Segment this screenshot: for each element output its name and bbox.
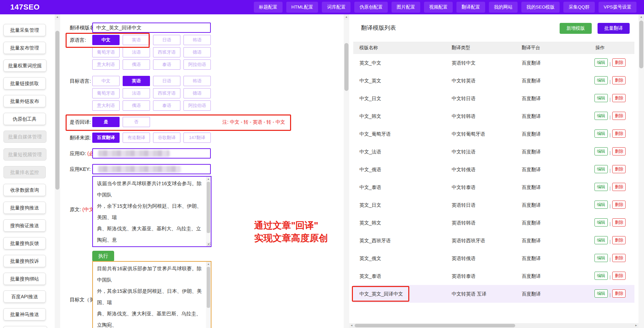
delete-button[interactable]: 删除 <box>612 254 626 262</box>
target-language-option-10[interactable]: 泰语 <box>153 100 180 111</box>
resize-grip-icon[interactable] <box>206 242 210 246</box>
delete-button[interactable]: 删除 <box>612 165 626 173</box>
nav-item-5[interactable]: 视频配置 <box>424 2 453 13</box>
nav-item-9[interactable]: 采集QQ群 <box>563 2 595 13</box>
sidebar-item-1[interactable]: 批量发布管理 <box>3 42 46 54</box>
translate-source-option-2[interactable]: 谷歌翻译 <box>153 133 180 143</box>
form-panel-scrollbar[interactable]: ▲ <box>344 14 349 328</box>
target-language-option-7[interactable]: 德语 <box>183 88 211 98</box>
sidebar-item-12[interactable]: 批量搜狗反馈 <box>3 237 46 249</box>
scrollbar-thumb[interactable] <box>207 182 210 233</box>
source-language-option-4[interactable]: 葡萄牙语 <box>92 47 120 57</box>
delete-button[interactable]: 删除 <box>612 147 626 155</box>
delete-button[interactable]: 删除 <box>612 112 626 120</box>
source-language-option-3[interactable]: 韩语 <box>183 35 211 45</box>
target-language-option-8[interactable]: 意大利语 <box>92 100 120 111</box>
sidebar-item-10[interactable]: 批量搜狗推送 <box>3 202 46 214</box>
translate-source-option-0[interactable]: 百度翻译 <box>92 133 120 143</box>
source-language-option-10[interactable]: 泰语 <box>153 59 180 70</box>
sidebar-item-16[interactable]: 批量神马推送 <box>3 308 46 320</box>
scrollbar-thumb[interactable] <box>355 324 515 327</box>
edit-button[interactable]: 编辑 <box>594 76 608 84</box>
sidebar-item-15[interactable]: 百度API推送 <box>3 290 46 303</box>
source-language-option-9[interactable]: 俄语 <box>123 59 150 70</box>
translate-source-option-1[interactable]: 有道翻译 <box>123 133 150 143</box>
edit-button[interactable]: 编辑 <box>594 94 608 102</box>
sidebar-item-13[interactable]: 批量搜狗投诉 <box>3 255 46 267</box>
edit-button[interactable]: 编辑 <box>594 183 608 191</box>
scroll-up-icon[interactable]: ▲ <box>639 14 644 20</box>
scrollbar-thumb[interactable] <box>55 31 59 190</box>
textarea-scrollbar[interactable]: ▲ ▼ <box>206 177 211 246</box>
target-language-option-1[interactable]: 英语 <box>123 76 150 86</box>
scroll-up-icon[interactable]: ▲ <box>206 262 211 266</box>
source-language-option-6[interactable]: 西班牙语 <box>153 47 180 57</box>
delete-button[interactable]: 删除 <box>612 76 626 84</box>
nav-item-6[interactable]: 翻译配置 <box>456 2 485 13</box>
edit-button[interactable]: 编辑 <box>594 218 608 227</box>
textarea-scrollbar[interactable]: ▲ <box>206 262 211 328</box>
target-language-option-6[interactable]: 西班牙语 <box>153 88 180 98</box>
scroll-up-icon[interactable]: ▲ <box>206 177 211 181</box>
sidebar-item-14[interactable]: 批量搜狗绑站 <box>3 273 46 285</box>
delete-button[interactable]: 删除 <box>612 129 626 138</box>
batch-translate-button[interactable]: 批量翻译 <box>598 23 630 34</box>
delete-button[interactable]: 删除 <box>612 236 626 244</box>
delete-button[interactable]: 删除 <box>612 272 626 280</box>
sidebar-item-2[interactable]: 批量权重词挖掘 <box>3 59 46 72</box>
nav-item-7[interactable]: 我的网站 <box>489 2 518 13</box>
nav-item-0[interactable]: 标题配置 <box>254 2 283 13</box>
edit-button[interactable]: 编辑 <box>594 272 608 280</box>
sidebar-item-3[interactable]: 批量链接抓取 <box>3 77 46 90</box>
app-key-input[interactable] <box>92 164 211 174</box>
edit-button[interactable]: 编辑 <box>594 112 608 120</box>
target-language-option-5[interactable]: 法语 <box>123 88 150 98</box>
page-scrollbar[interactable]: ▲ <box>639 14 644 328</box>
target-language-option-11[interactable]: 阿拉伯语 <box>183 100 211 111</box>
edit-button[interactable]: 编辑 <box>594 165 608 173</box>
scroll-right-icon[interactable]: ► <box>634 323 639 328</box>
delete-button[interactable]: 删除 <box>612 289 626 298</box>
scroll-up-icon[interactable]: ▲ <box>55 14 60 20</box>
scrollbar-thumb[interactable] <box>639 20 643 68</box>
target-language-option-2[interactable]: 日语 <box>153 76 180 86</box>
edit-button[interactable]: 编辑 <box>594 254 608 262</box>
sidebar-item-11[interactable]: 搜狗验证推送 <box>3 219 46 232</box>
horizontal-scrollbar[interactable]: ◄ ► <box>349 323 639 328</box>
edit-button[interactable]: 编辑 <box>594 147 608 155</box>
delete-button[interactable]: 删除 <box>612 218 626 227</box>
nav-item-4[interactable]: 图片配置 <box>392 2 420 13</box>
scrollbar-thumb[interactable] <box>207 267 210 308</box>
edit-button[interactable]: 编辑 <box>594 201 608 209</box>
sidebar-scrollbar[interactable]: ▲ <box>55 14 60 328</box>
source-text-area[interactable]: 该届当今世界乒乓球联赛共计16支球会参与。除中国队 外，余下15支球会分别为阿根… <box>92 176 211 247</box>
scrollbar-thumb[interactable] <box>344 43 348 91</box>
source-language-option-5[interactable]: 法语 <box>123 47 150 57</box>
source-language-option-0[interactable]: 中文 <box>92 35 120 45</box>
source-language-option-7[interactable]: 德语 <box>183 47 211 57</box>
target-language-option-3[interactable]: 韩语 <box>183 76 211 86</box>
source-language-option-1[interactable]: 英语 <box>123 35 150 45</box>
execute-button[interactable]: 执行 <box>92 251 114 261</box>
sidebar-item-0[interactable]: 批量采集管理 <box>3 24 46 36</box>
nav-item-2[interactable]: 词库配置 <box>322 2 351 13</box>
source-language-option-8[interactable]: 意大利语 <box>92 59 120 70</box>
scroll-left-icon[interactable]: ◄ <box>349 323 354 328</box>
delete-button[interactable]: 删除 <box>612 201 626 209</box>
delete-button[interactable]: 删除 <box>612 183 626 191</box>
scroll-up-icon[interactable]: ▲ <box>344 14 349 20</box>
edit-button[interactable]: 编辑 <box>594 58 608 67</box>
back-translate-option-0[interactable]: 是 <box>92 117 120 127</box>
delete-button[interactable]: 删除 <box>612 94 626 102</box>
app-id-input[interactable] <box>92 148 211 159</box>
edit-button[interactable]: 编辑 <box>594 289 608 298</box>
delete-button[interactable]: 删除 <box>612 58 626 67</box>
nav-item-8[interactable]: 我的SEO模版 <box>521 2 560 13</box>
sidebar-item-17[interactable] <box>3 326 47 328</box>
add-template-button[interactable]: 新增模版 <box>560 23 592 34</box>
sidebar-item-5[interactable]: 伪原创工具 <box>3 113 46 125</box>
source-language-option-2[interactable]: 日语 <box>153 35 180 45</box>
back-translate-option-1[interactable]: 否 <box>123 117 150 127</box>
nav-item-3[interactable]: 伪原创配置 <box>354 2 388 13</box>
nav-item-1[interactable]: HTML配置 <box>286 2 318 13</box>
